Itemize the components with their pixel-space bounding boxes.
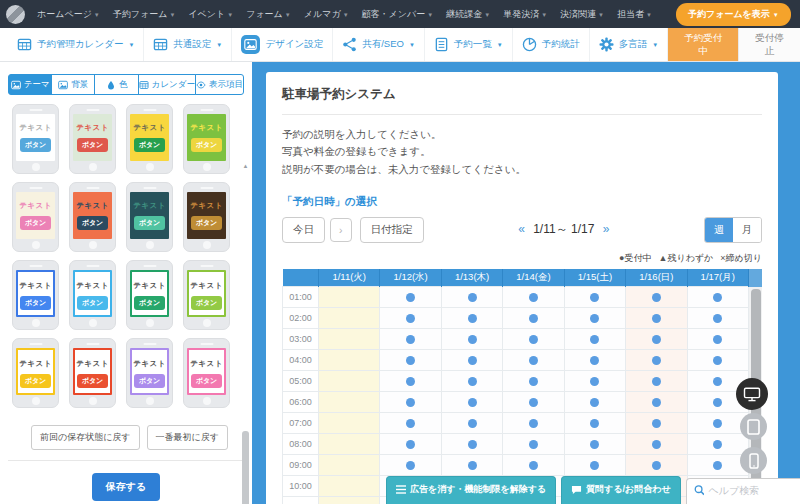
theme-option[interactable]: テキストボタン <box>12 104 59 174</box>
availability-dot[interactable] <box>713 293 722 302</box>
desktop-preview-button[interactable] <box>736 378 768 410</box>
availability-dot[interactable] <box>468 377 477 386</box>
nav-item[interactable]: 担当者▼ <box>617 8 652 21</box>
theme-option[interactable]: テキストボタン <box>69 260 116 330</box>
theme-option[interactable]: テキストボタン <box>126 260 173 330</box>
scrollbar-thumb[interactable] <box>242 431 249 504</box>
next-week-chevron-button[interactable]: › <box>330 218 352 242</box>
theme-option[interactable]: テキストボタン <box>69 338 116 408</box>
theme-option[interactable]: テキストボタン <box>69 104 116 174</box>
accepting-reservations-button[interactable]: 予約受付中 <box>668 28 738 61</box>
availability-dot[interactable] <box>529 335 538 344</box>
availability-dot[interactable] <box>652 356 661 365</box>
toolbar-item[interactable]: 予約統計 <box>513 28 590 61</box>
availability-dot[interactable] <box>590 461 599 470</box>
week-view-button[interactable]: 週 <box>705 218 733 242</box>
theme-option[interactable]: テキストボタン <box>69 182 116 252</box>
availability-dot[interactable] <box>406 314 415 323</box>
availability-dot[interactable] <box>529 356 538 365</box>
stop-accepting-button[interactable]: 受付停止 <box>738 28 800 61</box>
nav-item[interactable]: 顧客・メンバー▼ <box>362 8 434 21</box>
save-button[interactable]: 保存する <box>92 473 160 501</box>
nav-item[interactable]: フォーム▼ <box>246 8 291 21</box>
availability-dot[interactable] <box>529 461 538 470</box>
tablet-preview-button[interactable] <box>740 413 767 440</box>
availability-dot[interactable] <box>468 356 477 365</box>
month-view-button[interactable]: 月 <box>733 218 761 242</box>
availability-dot[interactable] <box>713 356 722 365</box>
date-pick-button[interactable]: 日付指定 <box>360 217 424 243</box>
contact-button[interactable]: 質問する/お問合わせ <box>561 476 681 504</box>
theme-option[interactable]: テキストボタン <box>12 338 59 408</box>
design-tab-背景[interactable]: 背景 <box>51 74 95 95</box>
help-search-input[interactable] <box>708 485 800 496</box>
nav-item[interactable]: メルマガ▼ <box>304 8 349 21</box>
toolbar-item[interactable]: 共有/SEO▼ <box>333 28 425 61</box>
toolbar-item[interactable]: 多言語▼ <box>590 28 668 61</box>
restore-previous-save-button[interactable]: 前回の保存状態に戻す <box>31 425 140 450</box>
restore-default-button[interactable]: 一番最初に戻す <box>147 425 228 450</box>
nav-item[interactable]: 決済関連▼ <box>560 8 604 21</box>
theme-option[interactable]: テキストボタン <box>183 338 230 408</box>
availability-dot[interactable] <box>468 293 477 302</box>
availability-dot[interactable] <box>529 440 538 449</box>
theme-option[interactable]: テキストボタン <box>126 182 173 252</box>
availability-dot[interactable] <box>590 398 599 407</box>
availability-dot[interactable] <box>590 293 599 302</box>
availability-dot[interactable] <box>529 377 538 386</box>
theme-option[interactable]: テキストボタン <box>126 104 173 174</box>
remove-ads-button[interactable]: 広告を消す・機能制限を解除する <box>386 476 556 504</box>
availability-dot[interactable] <box>713 461 722 470</box>
availability-dot[interactable] <box>406 461 415 470</box>
availability-dot[interactable] <box>590 440 599 449</box>
availability-dot[interactable] <box>406 335 415 344</box>
availability-dot[interactable] <box>468 440 477 449</box>
availability-dot[interactable] <box>590 377 599 386</box>
availability-dot[interactable] <box>406 419 415 428</box>
nav-item[interactable]: ホームページ▼ <box>37 8 100 21</box>
availability-dot[interactable] <box>468 461 477 470</box>
availability-dot[interactable] <box>713 377 722 386</box>
availability-dot[interactable] <box>406 440 415 449</box>
availability-dot[interactable] <box>406 398 415 407</box>
availability-dot[interactable] <box>590 419 599 428</box>
next-range-arrow-icon[interactable]: » <box>598 222 615 236</box>
design-tab-色[interactable]: 色 <box>94 74 138 95</box>
nav-item[interactable]: イベント▼ <box>188 8 233 21</box>
availability-dot[interactable] <box>590 314 599 323</box>
availability-dot[interactable] <box>406 377 415 386</box>
availability-dot[interactable] <box>713 314 722 323</box>
availability-dot[interactable] <box>652 314 661 323</box>
design-tab-表示項目[interactable]: 表示項目 <box>195 74 244 95</box>
toolbar-item[interactable]: 予約管理カレンダー▼ <box>8 28 144 61</box>
availability-dot[interactable] <box>468 419 477 428</box>
theme-option[interactable]: テキストボタン <box>126 338 173 408</box>
availability-dot[interactable] <box>406 293 415 302</box>
availability-dot[interactable] <box>590 335 599 344</box>
nav-item[interactable]: 単発決済▼ <box>503 8 547 21</box>
nav-item[interactable]: 継続課金▼ <box>446 8 490 21</box>
availability-dot[interactable] <box>652 293 661 302</box>
prev-range-arrow-icon[interactable]: « <box>513 222 530 236</box>
availability-dot[interactable] <box>652 440 661 449</box>
theme-option[interactable]: テキストボタン <box>12 260 59 330</box>
availability-dot[interactable] <box>713 440 722 449</box>
availability-dot[interactable] <box>713 419 722 428</box>
availability-dot[interactable] <box>652 398 661 407</box>
toolbar-item[interactable]: 共通設定▼ <box>144 28 232 61</box>
today-button[interactable]: 今日 <box>282 217 325 243</box>
availability-dot[interactable] <box>406 356 415 365</box>
availability-dot[interactable] <box>468 398 477 407</box>
theme-option[interactable]: テキストボタン <box>183 104 230 174</box>
availability-dot[interactable] <box>529 314 538 323</box>
availability-dot[interactable] <box>713 335 722 344</box>
availability-dot[interactable] <box>652 377 661 386</box>
design-tab-カレンダー[interactable]: カレンダー <box>138 74 196 95</box>
toolbar-item[interactable]: 予約一覧▼ <box>425 28 513 61</box>
theme-option[interactable]: テキストボタン <box>12 182 59 252</box>
availability-dot[interactable] <box>590 356 599 365</box>
toolbar-item[interactable]: デザイン設定 <box>232 28 333 61</box>
nav-item[interactable]: 予約フォーム▼ <box>113 8 176 21</box>
availability-dot[interactable] <box>468 314 477 323</box>
availability-dot[interactable] <box>713 398 722 407</box>
